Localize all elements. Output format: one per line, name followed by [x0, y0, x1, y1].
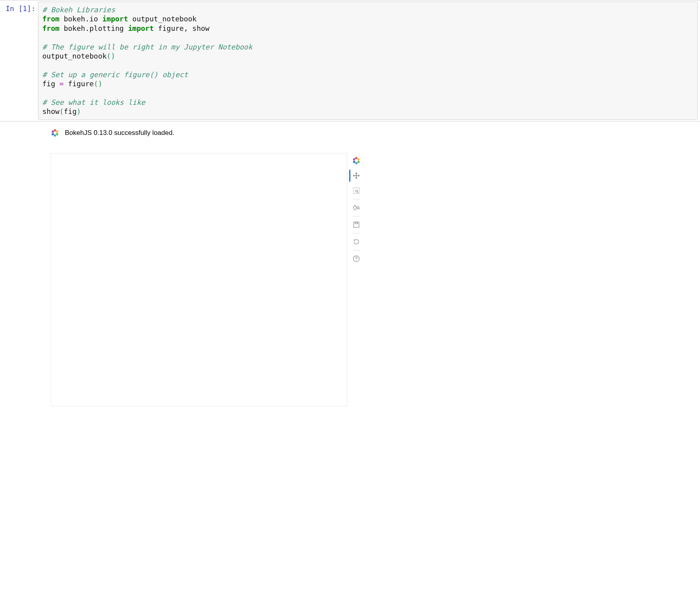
svg-point-4 [52, 133, 54, 135]
bokeh-toolbar [350, 153, 362, 266]
code-block: # Bokeh Libraries from bokeh.io import o… [42, 5, 693, 116]
toolbar-separator [353, 250, 360, 250]
svg-point-20 [356, 260, 357, 261]
wheel-zoom-tool[interactable] [350, 202, 362, 214]
help-icon [352, 255, 360, 263]
save-tool[interactable] [350, 219, 362, 231]
input-prompt: In [1]: [0, 0, 38, 121]
toolbar-separator [353, 233, 360, 233]
code-input-area[interactable]: # Bokeh Libraries from bokeh.io import o… [38, 2, 698, 120]
svg-point-13 [356, 190, 358, 192]
save-icon [352, 221, 360, 229]
svg-point-1 [56, 131, 59, 133]
logo-icon [352, 156, 361, 165]
svg-point-3 [54, 134, 56, 136]
svg-point-10 [353, 161, 356, 163]
pan-icon [352, 172, 360, 180]
toolbar-separator [353, 199, 360, 199]
svg-point-11 [353, 158, 356, 161]
help-tool[interactable] [350, 253, 362, 265]
svg-point-8 [358, 161, 360, 163]
bokeh-load-text: BokehJS 0.13.0 successfully loaded. [65, 129, 174, 137]
svg-rect-16 [354, 222, 359, 227]
svg-point-9 [355, 162, 358, 164]
bokeh-load-banner: BokehJS 0.13.0 successfully loaded. [51, 129, 700, 137]
reset-tool[interactable] [350, 236, 362, 248]
svg-point-6 [355, 157, 358, 159]
bokeh-figure-canvas[interactable] [51, 153, 347, 406]
output-area: BokehJS 0.13.0 successfully loaded. [0, 121, 700, 406]
code-cell: In [1]: # Bokeh Libraries from bokeh.io … [0, 0, 700, 121]
svg-rect-18 [357, 222, 358, 224]
bokeh-logo-icon [51, 129, 59, 137]
pan-tool[interactable] [349, 170, 362, 182]
svg-point-0 [54, 129, 56, 131]
box-zoom-tool[interactable] [350, 185, 362, 197]
bokeh-logo [350, 155, 362, 167]
boxzoom-icon [352, 187, 360, 195]
reset-icon [352, 238, 360, 246]
wheelzoom-icon [352, 204, 360, 212]
bokeh-plot-wrap [51, 153, 700, 406]
svg-point-5 [52, 131, 54, 133]
prompt-text: In [1]: [6, 4, 36, 13]
svg-point-7 [358, 158, 360, 161]
toolbar-separator [353, 216, 360, 216]
svg-point-2 [56, 133, 59, 135]
